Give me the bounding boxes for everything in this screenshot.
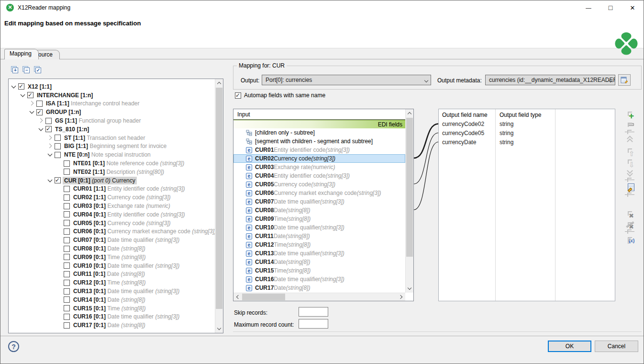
input-field-row[interactable]: e CUR05 Currency code (string[3]): [233, 180, 405, 189]
automap-checkbox-box[interactable]: [235, 92, 241, 99]
close-button[interactable]: [622, 0, 644, 15]
tree-checkbox[interactable]: [64, 211, 70, 217]
separator[interactable]: [625, 132, 634, 132]
tree-row[interactable]: GS [1:1] Functional group header: [9, 116, 214, 125]
tree-row[interactable]: TS_810 [1:n]: [9, 125, 214, 134]
tree-row[interactable]: BIG [1:1] Beginning segment for invoice: [9, 142, 214, 151]
add-field-icon[interactable]: [625, 110, 634, 117]
input-field-row[interactable]: e CUR10 Date time qualifier (string[3]): [233, 223, 405, 232]
remove-all-mappings-icon[interactable]: [625, 220, 634, 228]
tree-scrollbar[interactable]: [215, 79, 223, 333]
tree-row[interactable]: CUR04 [0:1] Entity identifier code (stri…: [9, 210, 214, 219]
input-field-row[interactable]: e [segment with children - segment and s…: [233, 137, 405, 146]
input-field-row[interactable]: e CUR08 Date (string[8]): [233, 206, 405, 215]
tree-checkbox[interactable]: [64, 305, 70, 311]
column-output-field-name[interactable]: Output field name: [442, 112, 488, 118]
move-bottom-icon[interactable]: [625, 169, 634, 176]
input-field-row[interactable]: e CUR06 Currency market exchange code (s…: [233, 189, 405, 197]
tree-checkbox[interactable]: [64, 280, 70, 286]
tree-checkbox[interactable]: [36, 101, 43, 107]
tree-checkbox[interactable]: [64, 271, 70, 277]
help-button[interactable]: [8, 341, 19, 352]
input-field-row[interactable]: e CUR03 Exchange rate (numeric): [233, 163, 405, 171]
tree-row[interactable]: NTE02 [1:1] Description (string[80]): [9, 168, 214, 176]
scroll-down-icon[interactable]: [406, 284, 413, 293]
tree-checkbox[interactable]: [64, 314, 70, 320]
tree-checkbox[interactable]: [64, 296, 70, 303]
tree-row[interactable]: X12 [1:1]: [9, 82, 214, 91]
output-combobox[interactable]: Port[0]: currencies: [262, 75, 431, 85]
tree-row[interactable]: CUR15 [0:1] Time (string[8]): [9, 304, 214, 313]
input-field-row[interactable]: e CUR14 Date (string[8]): [233, 258, 405, 266]
tree-expander-icon[interactable]: [47, 135, 54, 141]
output-field-row[interactable]: currencyDate string: [439, 138, 615, 147]
scroll-right-icon[interactable]: [397, 293, 405, 301]
separator[interactable]: [625, 231, 634, 232]
tree-expander-icon[interactable]: [47, 143, 54, 149]
scroll-thumb[interactable]: [216, 88, 222, 309]
input-field-row[interactable]: e CUR16 Date time qualifier (string[3]): [233, 275, 405, 284]
tree-checkbox[interactable]: [64, 254, 70, 260]
move-top-icon[interactable]: [625, 136, 634, 143]
input-field-row[interactable]: e CUR13 Date time qualifier (string[3]): [233, 249, 405, 258]
input-field-row[interactable]: e CUR07 Date time qualifier (string[3]): [233, 197, 405, 206]
tree-checkbox[interactable]: [64, 203, 70, 209]
input-hscrollbar[interactable]: [233, 293, 405, 301]
tree-row[interactable]: INTERCHANGE [1:n]: [9, 91, 214, 100]
tree-expander-icon[interactable]: [47, 151, 54, 158]
separator[interactable]: [625, 180, 634, 180]
tree-checkbox[interactable]: [64, 194, 70, 201]
input-field-row[interactable]: e [children only - subtree]: [233, 128, 405, 137]
tree-row[interactable]: CUR06 [0:1] Currency market exchange cod…: [9, 228, 214, 236]
tree-checkbox[interactable]: [64, 228, 70, 235]
tree-row[interactable]: NTE01 [0:1] Note reference code (string[…: [9, 159, 214, 168]
tree-checkbox[interactable]: [64, 288, 70, 295]
tree-expander-icon[interactable]: [38, 117, 44, 124]
tree-row[interactable]: CUR17 [0:1] Date (string[8]): [9, 321, 214, 330]
cancel-button[interactable]: Cancel: [595, 341, 638, 352]
minimize-button[interactable]: [577, 0, 600, 15]
input-field-row[interactable]: e CUR09 Time (string[8]): [233, 215, 405, 223]
tree-row[interactable]: CUR14 [0:1] Date (string[8]): [9, 296, 214, 304]
tree-row[interactable]: NTE [0:n] Note special instruction: [9, 150, 214, 159]
max-record-count-input[interactable]: [299, 319, 328, 329]
tree-row[interactable]: CUR12 [0:1] Time (string[8]): [9, 278, 214, 287]
scroll-left-icon[interactable]: [233, 293, 242, 301]
output-field-row[interactable]: currencyCode05 string: [439, 129, 615, 138]
tree-checkbox[interactable]: [27, 92, 33, 98]
tab-mapping[interactable]: Mapping: [4, 49, 39, 59]
tree-row[interactable]: CUR05 [0:1] Currency code (string[3]): [9, 219, 214, 228]
tree-expander-icon[interactable]: [38, 126, 44, 133]
skip-records-input[interactable]: [299, 307, 328, 317]
tree-checkbox[interactable]: [64, 169, 70, 175]
maximize-button[interactable]: [600, 0, 622, 15]
tree-checkbox[interactable]: [55, 177, 61, 183]
tree-checkbox[interactable]: [55, 152, 61, 158]
collapse-all-icon[interactable]: −: [22, 66, 30, 73]
check-all-icon[interactable]: ✓: [34, 66, 41, 73]
scroll-thumb[interactable]: [406, 118, 413, 257]
output-field-row[interactable]: currencyCode02 string: [439, 120, 615, 129]
tree-row[interactable]: CUR11 [0:1] Date (string[8]): [9, 270, 214, 279]
tree-row[interactable]: CUR02 [1:1] Currency code (string[3]): [9, 193, 214, 202]
input-field-row[interactable]: e CUR15 Time (string[8]): [233, 266, 405, 275]
tree-expander-icon[interactable]: [11, 83, 17, 90]
input-field-row[interactable]: e CUR01 Entity identifier code (string[3…: [233, 146, 405, 154]
tree-expander-icon[interactable]: [29, 109, 35, 115]
tree-checkbox[interactable]: [64, 262, 70, 269]
tree-row[interactable]: CUR09 [0:1] Time (string[8]): [9, 253, 214, 262]
ok-button[interactable]: OK: [548, 341, 591, 352]
tree-checkbox[interactable]: [18, 83, 24, 90]
move-down-icon[interactable]: [625, 158, 634, 165]
remove-mapping-icon[interactable]: [625, 209, 634, 217]
edit-metadata-icon[interactable]: [625, 183, 634, 191]
move-up-icon[interactable]: [625, 147, 634, 154]
tree-row[interactable]: CUR16 [0:1] Date time qualifier (string[…: [9, 313, 214, 321]
tree-checkbox[interactable]: [64, 237, 70, 243]
tree-checkbox[interactable]: [64, 220, 70, 226]
tree-row[interactable]: CUR10 [0:1] Date time qualifier (string[…: [9, 262, 214, 270]
tree-row[interactable]: ISA [1:1] Interchange control header: [9, 100, 214, 108]
input-field-row[interactable]: e CUR17 Date (string[8]): [233, 284, 405, 292]
input-field-row[interactable]: e CUR02 Currency code (string[3]): [233, 154, 405, 163]
remove-field-icon[interactable]: [625, 121, 634, 128]
